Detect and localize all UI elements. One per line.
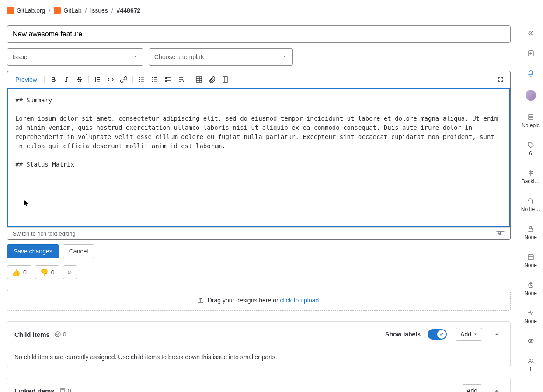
svg-point-0 — [68, 271, 71, 274]
template-select[interactable]: Choose a template — [149, 48, 293, 66]
toolbar-separator — [44, 76, 45, 83]
save-button[interactable]: Save changes — [7, 244, 59, 258]
attach-button[interactable] — [206, 73, 218, 86]
preview-button[interactable]: Preview — [11, 73, 42, 86]
child-items-empty-text: No child items are currently assigned. U… — [14, 354, 277, 361]
task-list-button[interactable] — [162, 73, 174, 86]
strikethrough-button[interactable] — [73, 73, 86, 86]
breadcrumb-issues-link[interactable]: Issues — [90, 7, 108, 14]
sidebar-epic-label: No epic — [522, 122, 540, 128]
sidebar-iteration-label: No ite… — [521, 206, 540, 212]
sidebar-assignee[interactable] — [526, 90, 536, 101]
bullet-list-button[interactable] — [136, 73, 148, 86]
bell-icon — [527, 70, 534, 77]
child-items-title: Child items — [14, 331, 50, 338]
issue-icon — [54, 331, 61, 338]
eye-icon — [527, 337, 534, 344]
fullscreen-button[interactable] — [494, 73, 507, 86]
toolbar-separator — [88, 76, 89, 83]
sidebar-iteration[interactable]: No ite… — [521, 198, 540, 212]
sidebar-milestone-label: Backl… — [522, 178, 540, 184]
form-actions: Save changes Cancel — [7, 244, 511, 258]
linked-items-collapse[interactable] — [490, 384, 503, 392]
add-reaction-button[interactable] — [63, 265, 77, 279]
breadcrumb-separator: / — [85, 7, 87, 14]
sidebar-confidentiality[interactable] — [527, 337, 534, 344]
breadcrumb-org[interactable]: GitLab.org — [7, 7, 45, 14]
breadcrumb-org-link[interactable]: GitLab.org — [17, 7, 45, 14]
chevron-down-icon — [282, 53, 287, 60]
check-icon — [439, 332, 444, 337]
dropzone-upload-link[interactable]: click to upload — [280, 297, 319, 304]
dropzone-text-before: Drag your designs here or — [208, 297, 280, 304]
sidebar-add-button[interactable] — [527, 50, 534, 57]
child-items-collapse[interactable] — [490, 328, 503, 341]
bold-button[interactable] — [47, 73, 59, 86]
thumbs-down-reaction[interactable]: 👎 0 — [35, 265, 59, 279]
sidebar-collapse-button[interactable] — [527, 30, 534, 37]
sidebar-health[interactable]: None — [524, 309, 537, 324]
sidebar-notifications[interactable] — [527, 70, 534, 77]
linked-items-count-value: 0 — [68, 387, 71, 392]
epic-icon — [527, 114, 534, 121]
sidebar-milestone[interactable]: Backl… — [522, 170, 540, 184]
linked-items-panel: Linked items 0 Add Link issues together … — [7, 378, 511, 392]
sidebar-labels[interactable]: 6 — [527, 142, 534, 156]
breadcrumb-project-link[interactable]: GitLab — [63, 7, 81, 14]
add-label: Add — [466, 387, 477, 392]
thumbs-up-icon: 👍 — [12, 268, 21, 277]
dropzone-text: Drag your designs here or click to uploa… — [208, 297, 320, 304]
svg-point-2 — [70, 272, 70, 273]
add-label: Add — [460, 331, 471, 338]
show-labels-toggle[interactable] — [428, 329, 447, 340]
sidebar-dates[interactable]: None — [524, 253, 537, 268]
chevron-down-icon — [132, 53, 138, 60]
reactions-bar: 👍 0 👎 0 — [7, 265, 511, 279]
breadcrumbs: GitLab.org / GitLab / Issues / #448672 — [0, 0, 543, 21]
quick-action-button[interactable] — [219, 73, 231, 86]
child-items-panel: Child items 0 Show labels Add — [7, 321, 511, 367]
sidebar-participants[interactable]: 1 — [527, 357, 534, 372]
child-items-header: Child items 0 Show labels Add — [7, 322, 510, 347]
sidebar-participants-count: 1 — [529, 366, 532, 372]
svg-point-3 — [55, 332, 60, 337]
collapsible-button[interactable] — [175, 73, 187, 86]
description-textarea[interactable] — [15, 96, 502, 218]
sidebar-epic[interactable]: No epic — [522, 114, 540, 128]
label-icon — [527, 142, 534, 149]
link-button[interactable] — [118, 73, 130, 86]
child-items-count: 0 — [54, 331, 66, 338]
right-sidebar: No epic 6 Backl… No ite… None None None — [518, 21, 543, 392]
issue-type-select[interactable]: Issue — [7, 48, 143, 66]
code-button[interactable] — [104, 73, 117, 86]
sidebar-labels-count: 6 — [529, 150, 532, 156]
gitlab-logo-icon — [7, 7, 14, 14]
sidebar-weight[interactable]: None — [524, 225, 537, 240]
chevron-left-double-icon — [527, 30, 534, 37]
sidebar-weight-label: None — [524, 234, 537, 240]
table-button[interactable] — [193, 73, 205, 86]
thumbs-up-count: 0 — [23, 269, 27, 276]
linked-items-add-button[interactable]: Add — [462, 384, 482, 392]
breadcrumb-project[interactable]: GitLab — [54, 7, 81, 14]
health-icon — [527, 309, 534, 316]
plus-square-icon — [527, 50, 534, 57]
chevron-down-icon — [473, 332, 477, 336]
issue-title-wrap — [7, 25, 511, 43]
ordered-list-button[interactable] — [149, 73, 161, 86]
child-items-body: No child items are currently assigned. U… — [7, 347, 510, 367]
cancel-button[interactable]: Cancel — [63, 244, 95, 258]
milestone-icon — [527, 170, 534, 177]
quote-button[interactable] — [91, 73, 104, 86]
switch-rich-text-link[interactable]: Switch to rich text editing — [13, 230, 76, 237]
text-caret — [15, 196, 15, 204]
italic-button[interactable] — [60, 73, 73, 86]
design-dropzone[interactable]: Drag your designs here or click to uploa… — [7, 290, 511, 311]
markdown-badge[interactable]: M↓ — [496, 231, 505, 236]
issue-type-value: Issue — [13, 53, 27, 60]
sidebar-time-tracking[interactable]: None — [524, 281, 537, 296]
thumbs-up-reaction[interactable]: 👍 0 — [7, 265, 31, 279]
issue-title-input[interactable] — [7, 25, 511, 43]
child-items-add-button[interactable]: Add — [456, 328, 482, 341]
sidebar-health-label: None — [524, 318, 537, 324]
